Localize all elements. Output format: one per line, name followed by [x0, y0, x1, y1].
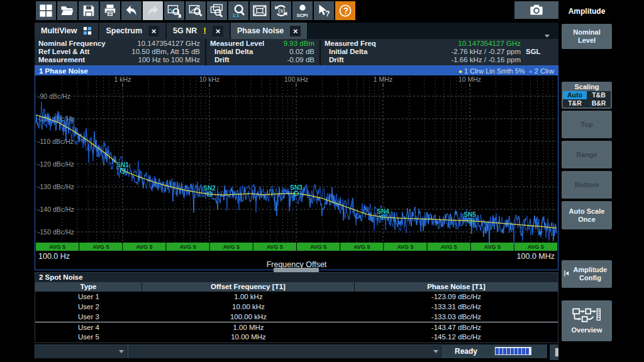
undo-button[interactable] — [121, 1, 142, 20]
progress-segment — [496, 348, 499, 354]
svg-text:(s): (s) — [278, 7, 285, 14]
status-dropdown-1[interactable] — [36, 346, 127, 358]
info-label: Initial Delta — [321, 48, 367, 56]
status-dropdown-2[interactable] — [129, 346, 441, 358]
tab-phase-noise[interactable]: Phase Noise× — [231, 23, 307, 39]
undo-icon — [125, 4, 138, 18]
zoom-1to1-button[interactable]: 1:1 — [228, 1, 248, 20]
zoom-trace-icon — [167, 4, 181, 18]
softkey-label: Top — [580, 121, 592, 129]
table-row[interactable]: User 210.00 kHz-133.31 dBc/Hz — [35, 302, 558, 312]
progress-segment — [507, 348, 510, 354]
tab-bar: MultiViewSpectrum×5G NR!×Phase Noise× — [35, 23, 558, 39]
column-header-type: Type — [35, 282, 142, 292]
table-row[interactable]: User 41.00 MHz-143.47 dBc/Hz — [35, 322, 558, 332]
spot-offset-frequency: 10.00 MHz — [142, 332, 355, 342]
table-row[interactable]: User 11.00 kHz-123.09 dBc/Hz — [35, 292, 558, 302]
tab-spectrum[interactable]: Spectrum× — [99, 23, 165, 39]
redo-icon — [146, 4, 160, 18]
measurement-info-bar: Nominal Frequency10.147354127 GHzRef Lev… — [35, 39, 558, 65]
overview-flow-icon — [572, 307, 601, 322]
svg-text:AVG 5: AVG 5 — [528, 244, 544, 250]
svg-text:AVG 5: AVG 5 — [223, 244, 240, 250]
x-axis-start-label: 100.0 Hz — [38, 252, 70, 261]
table-row[interactable]: User 3100.00 kHz-133.03 dBc/Hz — [35, 312, 558, 322]
info-column-2: Measured Level9.93 dBmInitial Delta0.02 … — [206, 39, 321, 65]
sweep-progress-bar — [495, 347, 531, 355]
display-frame-button[interactable] — [250, 1, 270, 20]
softkey-range[interactable]: Range — [562, 141, 612, 168]
spot-phase-noise: -123.09 dBc/Hz — [355, 292, 558, 302]
softkey-auto-scale-once[interactable]: Auto Scale Once — [562, 201, 612, 229]
svg-text:AVG 5: AVG 5 — [353, 244, 370, 250]
close-icon[interactable]: × — [213, 26, 223, 36]
svg-text:SN5: SN5 — [464, 211, 476, 218]
zoom-trace-button[interactable] — [164, 1, 184, 20]
zoom-multi-button[interactable] — [207, 1, 227, 20]
softkey-top[interactable]: Top — [562, 111, 612, 138]
scaling-option-auto[interactable]: Auto — [563, 91, 587, 99]
svg-text:-140 dBc/Hz: -140 dBc/Hz — [38, 206, 74, 213]
svg-text:AVG 5: AVG 5 — [310, 244, 326, 250]
spot-phase-noise: -143.47 dBc/Hz — [355, 322, 558, 332]
table-row[interactable]: User 510.00 MHz-145.12 dBc/Hz — [35, 332, 558, 342]
scaling-option-b-r[interactable]: B&R — [587, 99, 611, 107]
tab-label: 5G NR — [173, 26, 197, 35]
scaling-option-t-r[interactable]: T&R — [563, 99, 587, 107]
info-value: -0.09 dB — [230, 56, 319, 64]
info-value: 0.02 dB — [253, 48, 319, 56]
info-row-measured-level: Measured Level9.93 dBm — [206, 40, 319, 48]
table-body: User 11.00 kHz-123.09 dBc/HzUser 210.00 … — [35, 292, 558, 342]
screenshot-button[interactable] — [514, 1, 558, 19]
info-label: Drift — [321, 56, 344, 64]
softkey-sidebar: Amplitude Nominal LevelScalingAutoT&BT&R… — [558, 0, 644, 362]
scpi-button[interactable]: SCPI — [292, 1, 313, 20]
close-icon[interactable]: × — [290, 26, 301, 36]
phase-noise-plot[interactable]: 1 kHz10 kHz100 kHz1 MHz10 MHz-90 dBc/Hz-… — [35, 75, 558, 251]
spot-offset-frequency: 10.00 kHz — [142, 302, 355, 312]
softkey-amplitude-config[interactable]: Amplitude Config — [562, 260, 612, 288]
tab-label: Phase Noise — [237, 26, 284, 35]
close-icon[interactable]: × — [148, 26, 159, 36]
scaling-option-t-b[interactable]: T&B — [587, 91, 611, 99]
tab-multiview[interactable]: MultiView — [35, 23, 98, 39]
status-bar: Ready — [35, 344, 547, 358]
info-label: Initial Delta — [206, 48, 253, 56]
softkey-nominal-level[interactable]: Nominal Level — [562, 24, 612, 49]
open-folder-icon — [60, 4, 74, 18]
save-button[interactable] — [79, 1, 99, 20]
info-column-1: Nominal Frequency10.147354127 GHzRef Lev… — [35, 39, 206, 65]
softkey-label: Overview — [572, 326, 602, 334]
softkey-bottom[interactable]: Bottom — [562, 171, 612, 199]
tab-label: MultiView — [41, 26, 77, 35]
info-value: -1.66 kHz / -0.16 ppm — [344, 56, 526, 64]
zoom-window-button[interactable] — [186, 1, 206, 20]
zoom-window-icon — [189, 4, 203, 18]
info-value: 10.147354127 GHz — [376, 40, 526, 48]
svg-text:SN2: SN2 — [203, 185, 216, 192]
info-value: -2.76 kHz / -0.27 ppm — [367, 48, 526, 56]
tab-5g-nr[interactable]: 5G NR!× — [167, 23, 230, 39]
context-help-icon: ? — [317, 4, 331, 18]
spot-offset-frequency: 100.00 kHz — [142, 312, 355, 322]
windows-button[interactable] — [36, 1, 56, 20]
svg-text:10 MHz: 10 MHz — [458, 75, 481, 83]
svg-text:1 kHz: 1 kHz — [114, 75, 131, 83]
context-help-button[interactable]: ? — [314, 1, 334, 20]
info-column-3: Measured Freq10.147354127 GHzInitial Del… — [321, 39, 558, 65]
redo-button[interactable] — [143, 1, 163, 20]
help-button[interactable]: ? — [335, 1, 355, 20]
info-value: 10.50 dBm, Att 15 dB — [89, 48, 205, 56]
svg-text:AVG 5: AVG 5 — [49, 244, 65, 250]
softkey-overview[interactable]: Overview — [562, 300, 612, 341]
zoom-multi-icon — [210, 4, 224, 18]
sweep-mode-badge: SGL — [526, 48, 558, 56]
print-button[interactable] — [100, 1, 120, 20]
sweep-single-button[interactable]: (s) — [271, 1, 291, 20]
spot-phase-noise: -133.03 dBc/Hz — [355, 312, 558, 322]
open-folder-button[interactable] — [57, 1, 77, 20]
svg-text:-90 dBc/Hz: -90 dBc/Hz — [38, 92, 70, 100]
info-row-initial-delta: Initial Delta0.02 dB — [206, 48, 319, 56]
trace-legend: ● 1 Clrw Lin Smth 5% ● 2 Clrw — [458, 67, 554, 75]
softkey-menu-title: Amplitude — [562, 0, 612, 23]
